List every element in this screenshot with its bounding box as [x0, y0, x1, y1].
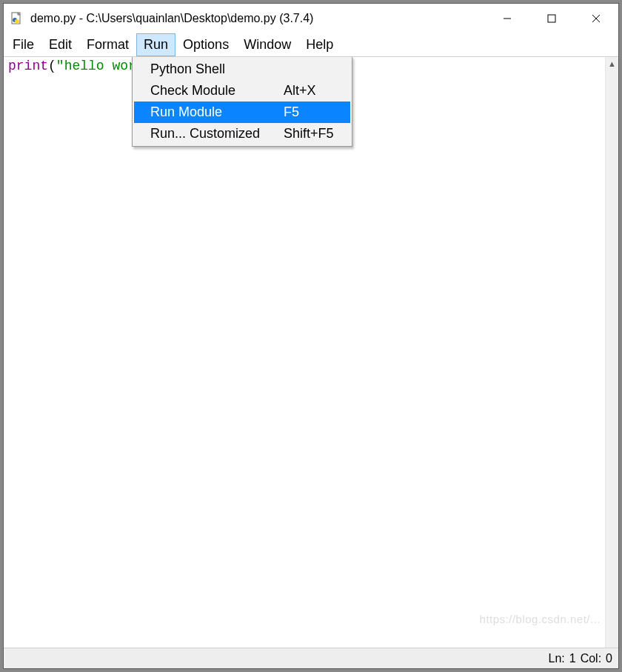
menuitem-run-customized[interactable]: Run... Customized Shift+F5: [134, 123, 350, 144]
scroll-up-icon[interactable]: ▲: [606, 57, 618, 70]
svg-point-2: [15, 19, 19, 24]
close-button[interactable]: [574, 4, 618, 33]
svg-rect-4: [548, 15, 555, 22]
code-token-punct: (: [48, 59, 56, 73]
code-token-string: "hello wor: [56, 59, 136, 73]
menuitem-label: Run Module: [150, 104, 284, 120]
maximize-button[interactable]: [529, 4, 574, 33]
statusbar: Ln: 1 Col: 0: [4, 648, 618, 668]
menu-edit[interactable]: Edit: [41, 33, 79, 56]
watermark-text: https://blog.csdn.net/...: [480, 613, 601, 625]
minimize-button[interactable]: [485, 4, 529, 33]
window-controls: [485, 4, 618, 33]
menu-format[interactable]: Format: [79, 33, 136, 56]
menuitem-label: Python Shell: [150, 61, 284, 77]
app-window: demo.py - C:\Users\quainlan\Desktop\demo…: [3, 3, 619, 669]
titlebar[interactable]: demo.py - C:\Users\quainlan\Desktop\demo…: [4, 4, 618, 33]
menu-window[interactable]: Window: [236, 33, 298, 56]
menuitem-accel: F5: [284, 104, 343, 120]
menuitem-run-module[interactable]: Run Module F5: [134, 102, 350, 123]
status-col-label: Col:: [581, 652, 601, 665]
editor-area[interactable]: print("hello wor ▲ Python Shell Check Mo…: [4, 57, 618, 648]
menu-file[interactable]: File: [5, 33, 41, 56]
python-file-icon: [10, 11, 24, 26]
run-menu-dropdown: Python Shell Check Module Alt+X Run Modu…: [132, 57, 352, 147]
menuitem-accel: Shift+F5: [284, 126, 343, 142]
status-line-label: Ln:: [548, 652, 564, 665]
status-col-value: 0: [606, 652, 612, 665]
menu-run[interactable]: Run: [136, 33, 175, 56]
menuitem-label: Check Module: [150, 83, 284, 99]
menuitem-python-shell[interactable]: Python Shell: [134, 59, 350, 80]
menu-help[interactable]: Help: [298, 33, 341, 56]
menu-options[interactable]: Options: [175, 33, 236, 56]
window-title: demo.py - C:\Users\quainlan\Desktop\demo…: [30, 12, 313, 25]
menuitem-check-module[interactable]: Check Module Alt+X: [134, 80, 350, 102]
status-line-value: 1: [569, 652, 576, 665]
menuitem-label: Run... Customized: [150, 126, 284, 142]
vertical-scrollbar[interactable]: ▲: [605, 57, 618, 648]
code-token-builtin: print: [8, 59, 48, 73]
menubar: File Edit Format Run Options Window Help: [4, 33, 618, 57]
menuitem-accel: Alt+X: [284, 83, 343, 99]
